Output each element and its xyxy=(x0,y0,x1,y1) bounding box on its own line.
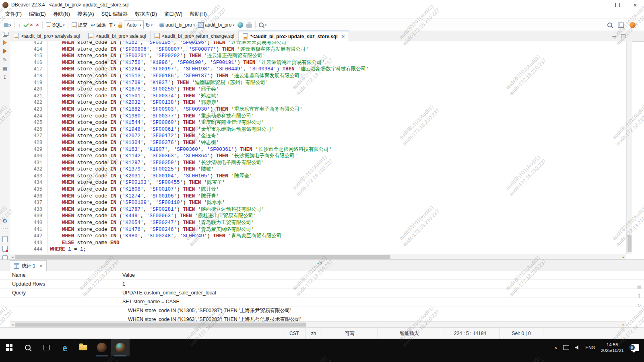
code-line[interactable]: 420 WHEN store_code IN ('K1678', 'SF0025… xyxy=(10,86,626,93)
code-line[interactable]: 437 WHEN store_code IN ('SF00109', 'SF00… xyxy=(10,200,626,206)
line-number[interactable]: 442 xyxy=(10,233,47,240)
editor-horizontal-scrollbar[interactable]: ◂ ▸ xyxy=(10,254,626,260)
overflow-dots-icon[interactable]: ········ xyxy=(1,227,9,232)
line-number[interactable]: 433 xyxy=(10,173,47,180)
search-button[interactable] xyxy=(257,20,268,30)
arrow-down-icon[interactable]: ↧ xyxy=(637,294,641,299)
perspective-icon[interactable] xyxy=(618,23,624,28)
code-line[interactable]: 435 WHEN store_code IN ('K1608', 'SF0010… xyxy=(10,186,626,193)
line-number[interactable]: 426 xyxy=(10,126,47,133)
execute-script-icon[interactable] xyxy=(3,49,7,53)
scroll-track[interactable] xyxy=(15,322,621,327)
write-mode-indicator[interactable]: 可写 xyxy=(322,328,378,339)
maximize-editor-icon[interactable] xyxy=(621,34,625,38)
line-number[interactable]: 435 xyxy=(10,186,47,193)
code-line[interactable]: 429 WHEN store_code IN ('K163', 'K1907',… xyxy=(10,146,626,153)
line-number[interactable]: 439 xyxy=(10,213,47,220)
taskbar-dbeaver-button[interactable] xyxy=(111,339,130,356)
database-selector[interactable]: audit_bi_pro xyxy=(158,20,196,30)
result-row[interactable]: WHEN store_code IN ('K1963', 'SF00283') … xyxy=(0,315,644,322)
open-connection-button[interactable] xyxy=(2,20,13,30)
taskbar-edge-button[interactable]: e xyxy=(56,339,74,356)
menu-item[interactable]: 窗口(W) xyxy=(161,11,186,18)
tray-chevron-icon[interactable]: ∧ xyxy=(554,346,557,350)
editor-tab[interactable]: <audit_bi_pro> return_change.sql xyxy=(151,31,239,41)
restore-panel-icon[interactable] xyxy=(3,33,7,37)
line-number[interactable]: 432 xyxy=(10,166,47,173)
code-line[interactable]: 426 WHEN store_code IN ('K1948', 'SF0006… xyxy=(10,126,626,133)
editor-tab[interactable]: <audit_bi_pro> analysis.sql xyxy=(10,31,84,41)
close-icon[interactable]: × xyxy=(342,33,345,39)
taskbar-app-button[interactable] xyxy=(93,339,111,356)
line-number[interactable]: 444 xyxy=(10,246,47,253)
line-number[interactable]: 430 xyxy=(10,153,47,160)
code-line[interactable]: 442 WHEN store_code IN ('K980', 'SF00248… xyxy=(10,233,626,240)
commit-button[interactable]: 提交 xyxy=(70,20,89,30)
line-number[interactable]: 420 xyxy=(10,86,47,93)
start-button[interactable] xyxy=(0,339,19,356)
editor-vertical-scrollbar[interactable] xyxy=(626,41,632,254)
panel-horizontal-scrollbar[interactable]: ◂ ▸ xyxy=(10,321,626,327)
code-line[interactable]: 427 WHEN store_code IN ('K2072', 'SF0017… xyxy=(10,133,626,140)
line-number[interactable]: 438 xyxy=(10,206,47,213)
isolation-combo[interactable]: Auto xyxy=(124,21,144,29)
close-icon[interactable]: × xyxy=(39,263,43,269)
result-row[interactable]: QueryUPDATE custom_online_sale_order_loc… xyxy=(0,289,644,298)
line-number[interactable]: 440 xyxy=(10,220,47,226)
insert-mode-indicator[interactable]: 智能插入 xyxy=(378,328,441,339)
menu-item[interactable]: 搜索(A) xyxy=(74,11,98,18)
code-line[interactable]: 415 WHEN store_code IN ('SF00201', 'SF00… xyxy=(10,53,626,60)
new-script-icon[interactable] xyxy=(2,236,8,242)
refresh-icon[interactable]: ↻ xyxy=(637,303,641,308)
code-line[interactable]: 413 WHEN store_code IN ('K162', 'SF00195… xyxy=(10,41,626,46)
line-number[interactable]: 417 xyxy=(10,66,47,73)
code-line[interactable]: 417 WHEN store_code IN ('K1264', 'SF0019… xyxy=(10,66,626,73)
line-number[interactable]: 441 xyxy=(10,226,47,233)
line-number[interactable]: 428 xyxy=(10,140,47,146)
line-number[interactable]: 427 xyxy=(10,133,47,140)
statistics-tab[interactable]: 统计 1 × xyxy=(10,260,47,271)
code-line[interactable]: 431 WHEN store_code IN ('K1297', 'SF0035… xyxy=(10,160,626,167)
quick-access-search-icon[interactable] xyxy=(607,23,612,27)
code-line[interactable]: 414 WHEN store_code IN ('SF00806', 'SF00… xyxy=(10,46,626,53)
minimize-editor-icon[interactable] xyxy=(612,36,616,37)
task-view-button[interactable] xyxy=(37,339,56,356)
code-line[interactable]: 418 WHEN store_code IN ('K1513', 'SF0018… xyxy=(10,73,626,80)
code-line[interactable]: 438 WHEN store_code IN ('K1787', 'SF0028… xyxy=(10,206,626,213)
line-number[interactable]: 425 xyxy=(10,119,47,126)
locale-indicator[interactable]: zh xyxy=(305,328,322,339)
scrollbar-thumb[interactable] xyxy=(627,235,632,252)
line-number[interactable]: 416 xyxy=(10,60,47,66)
menu-item[interactable]: SQL 编辑器 xyxy=(98,11,132,18)
script-error-icon[interactable] xyxy=(2,246,8,252)
sash-grip-icon[interactable]: ▴▾ xyxy=(317,261,323,265)
speaker-icon[interactable] xyxy=(575,345,580,350)
grid-icon[interactable]: ▦ xyxy=(637,284,641,290)
refresh-button[interactable]: ↻ xyxy=(144,20,154,30)
timezone-indicator[interactable]: CST xyxy=(283,328,305,339)
line-number[interactable]: 429 xyxy=(10,146,47,153)
selection-indicator[interactable]: Sel: 0 | 0 xyxy=(500,328,543,339)
line-number[interactable]: 434 xyxy=(10,179,47,186)
menu-item[interactable]: 编辑(E) xyxy=(25,11,50,18)
menu-item[interactable]: 导航(N) xyxy=(50,11,74,18)
print-button[interactable] xyxy=(245,20,254,30)
line-number[interactable]: 413 xyxy=(10,41,47,46)
taskbar-explorer-button[interactable] xyxy=(74,339,93,356)
column-header-value[interactable]: Value xyxy=(119,271,644,280)
code-line[interactable]: 439 WHEN store_code IN ('K449', 'SF00063… xyxy=(10,213,626,220)
code-line[interactable]: 428 WHEN store_code IN ('K1304', 'SF0037… xyxy=(10,140,626,146)
line-number[interactable]: 436 xyxy=(10,193,47,200)
code-line[interactable]: 422 WHEN store_code IN ('K2032', 'SF0013… xyxy=(10,99,626,106)
line-number[interactable]: 418 xyxy=(10,73,47,80)
code-line[interactable]: 430 WHEN store_code IN ('K1142', 'SF0036… xyxy=(10,153,626,160)
code-line[interactable]: 436 WHEN store_code IN ('K1274', 'SF0010… xyxy=(10,193,626,200)
notification-icon[interactable]: 9 xyxy=(631,344,639,351)
code-line[interactable]: 440 WHEN store_code IN ('K2054', 'SF0024… xyxy=(10,220,626,226)
gear-icon[interactable]: ⚙ xyxy=(2,218,8,224)
transaction-mode-button[interactable] xyxy=(117,20,124,30)
editor-tab[interactable]: <audit_bi_pro> sale.sql xyxy=(84,31,150,41)
line-number[interactable]: 415 xyxy=(10,53,47,60)
monitor-icon[interactable] xyxy=(563,345,569,350)
maximize-button[interactable] xyxy=(609,0,626,10)
